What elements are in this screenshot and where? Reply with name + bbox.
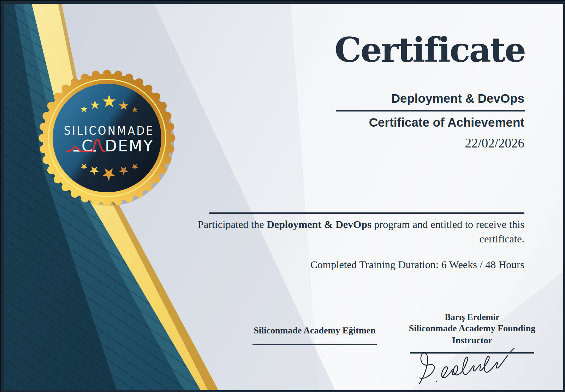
statement-pre: Participated the <box>198 218 267 230</box>
signature-initial-b <box>420 353 434 384</box>
issue-date: 22/02/2026 <box>465 135 524 151</box>
signature-accent-tick <box>511 348 514 352</box>
certificate-subtitle: Certificate of Achievement <box>369 115 524 129</box>
signer-role-right: Siliconmade Academy Founding Instructor <box>391 322 553 346</box>
signature-period <box>436 381 437 382</box>
academy-seal-badge: SILICONMADE C DEMY <box>36 67 178 209</box>
statement-program-bold: Deployment & DevOps <box>267 218 371 230</box>
signature-block-left: Siliconmade Academy Eğitmen <box>252 325 377 345</box>
body-divider-line <box>209 212 524 214</box>
program-name: Deployment & DevOps <box>391 91 524 105</box>
badge-brand-c: C <box>82 137 93 155</box>
signer-name-right: Barış Erdemir <box>391 312 553 322</box>
badge-brand-rest: DEMY <box>105 137 154 155</box>
certificate-title: Certificate <box>334 31 525 70</box>
signature-line-left <box>252 344 377 345</box>
statement-post: program and entitled to receive this cer… <box>371 218 524 245</box>
badge-brand-top: SILICONMADE <box>64 124 154 138</box>
handwritten-signature <box>406 347 524 391</box>
signature-surname <box>442 355 508 378</box>
program-underline <box>336 110 525 111</box>
participation-statement: Participated the Deployment & DevOps pro… <box>192 217 524 246</box>
certificate-page: SILICONMADE C DEMY Certificate Deploymen… <box>0 0 565 392</box>
signer-role-left: Siliconmade Academy Eğitmen <box>252 325 377 337</box>
training-duration: Completed Training Duration: 6 Weeks / 4… <box>310 259 524 271</box>
